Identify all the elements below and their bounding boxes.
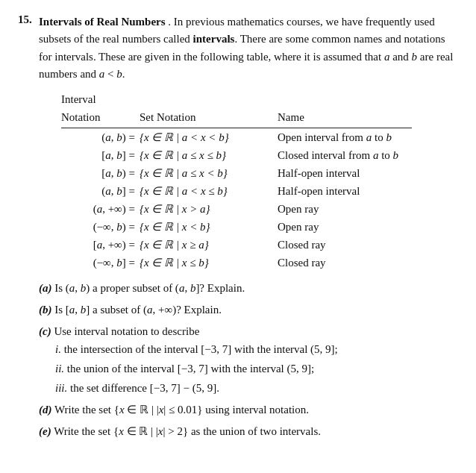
name-cell: Open interval from a to b [278,128,412,147]
subq-c-label: (c) [39,325,51,337]
notation-cell: [a, +∞) = [61,236,140,254]
subq-e-text: Write the set {x ∈ ℝ | |x| > 2} as the u… [54,425,321,437]
notation-cell: [a, b) = [61,164,140,182]
subq-c-i-label: i. [55,343,61,355]
set-cell: {x ∈ ℝ | x ≤ b} [140,254,278,272]
name-cell: Closed ray [278,236,412,254]
set-cell: {x ∈ ℝ | a < x < b} [140,128,278,147]
subq-c-i: i. the intersection of the interval [−3,… [55,340,458,358]
subq-c-iii-text: the set difference [−3, 7] − (5, 9]. [70,382,219,394]
subq-a-label: (a) [39,282,52,294]
subq-c-ii: ii. the union of the interval [−3, 7] wi… [55,360,458,378]
subq-d-text: Write the set {x ∈ ℝ | |x| ≤ 0.01} using… [54,404,309,416]
table-row: (−∞, b] = {x ∈ ℝ | x ≤ b} Closed ray [61,254,412,272]
table-row: [a, b] = {x ∈ ℝ | a ≤ x ≤ b} Closed inte… [61,146,412,164]
subquestions: (a) Is (a, b) a proper subset of (a, b]?… [39,279,458,440]
subq-c: (c) Use interval notation to describe i.… [39,322,458,397]
set-cell: {x ∈ ℝ | a ≤ x < b} [140,164,278,182]
table-row: (a, b) = {x ∈ ℝ | a < x < b} Open interv… [61,128,412,147]
table-row: (a, +∞) = {x ∈ ℝ | x > a} Open ray [61,200,412,218]
set-cell: {x ∈ ℝ | a < x ≤ b} [140,182,278,200]
col-header-name: Name [278,90,412,128]
subq-c-ii-text: the union of the interval [−3, 7] with t… [67,363,314,375]
notation-cell: (−∞, b) = [61,218,140,236]
subq-c-parts: i. the intersection of the interval [−3,… [55,340,458,397]
subq-d: (d) Write the set {x ∈ ℝ | |x| ≤ 0.01} u… [39,401,458,419]
table-row: [a, b) = {x ∈ ℝ | a ≤ x < b} Half-open i… [61,164,412,182]
subq-c-text: Use interval notation to describe [54,325,199,337]
name-cell: Open ray [278,218,412,236]
table-row: [a, +∞) = {x ∈ ℝ | x ≥ a} Closed ray [61,236,412,254]
problem-title: Intervals of Real Numbers [39,16,166,28]
name-cell: Half-open interval [278,164,412,182]
notation-cell: (a, b) = [61,128,140,147]
subq-b: (b) Is [a, b] a subset of (a, +∞)? Expla… [39,301,458,319]
set-cell: {x ∈ ℝ | a ≤ x ≤ b} [140,146,278,164]
problem-container: 15. Intervals of Real Numbers . In previ… [18,13,458,444]
col-header-notation: IntervalNotation [61,90,140,128]
problem-number: 15. [18,13,39,444]
col-header-set: Set Notation [140,90,278,128]
set-cell: {x ∈ ℝ | x < b} [140,218,278,236]
set-cell: {x ∈ ℝ | x ≥ a} [140,236,278,254]
name-cell: Closed ray [278,254,412,272]
subq-c-iii-label: iii. [55,382,67,394]
table-row: (a, b] = {x ∈ ℝ | a < x ≤ b} Half-open i… [61,182,412,200]
interval-table: IntervalNotation Set Notation Name (a, b… [61,90,412,272]
subq-c-iii: iii. the set difference [−3, 7] − (5, 9]… [55,379,458,397]
notation-cell: (a, b] = [61,182,140,200]
name-cell: Half-open interval [278,182,412,200]
subq-c-i-text: the intersection of the interval [−3, 7]… [64,343,338,355]
notation-cell: (−∞, b] = [61,254,140,272]
subq-c-ii-label: ii. [55,363,64,375]
subq-a-text: Is (a, b) a proper subset of (a, b]? Exp… [54,282,245,294]
notation-cell: (a, +∞) = [61,200,140,218]
problem-body: Intervals of Real Numbers . In previous … [39,13,458,444]
intro-text: Intervals of Real Numbers . In previous … [39,13,458,83]
table-row: (−∞, b) = {x ∈ ℝ | x < b} Open ray [61,218,412,236]
subq-a: (a) Is (a, b) a proper subset of (a, b]?… [39,279,458,297]
subq-e: (e) Write the set {x ∈ ℝ | |x| > 2} as t… [39,422,458,440]
subq-d-label: (d) [39,404,52,416]
subq-b-text: Is [a, b] a subset of (a, +∞)? Explain. [54,304,222,316]
notation-cell: [a, b] = [61,146,140,164]
subq-b-label: (b) [39,304,52,316]
name-cell: Open ray [278,200,412,218]
set-cell: {x ∈ ℝ | x > a} [140,200,278,218]
name-cell: Closed interval from a to b [278,146,412,164]
subq-e-label: (e) [39,425,51,437]
interval-table-wrapper: IntervalNotation Set Notation Name (a, b… [61,90,458,272]
